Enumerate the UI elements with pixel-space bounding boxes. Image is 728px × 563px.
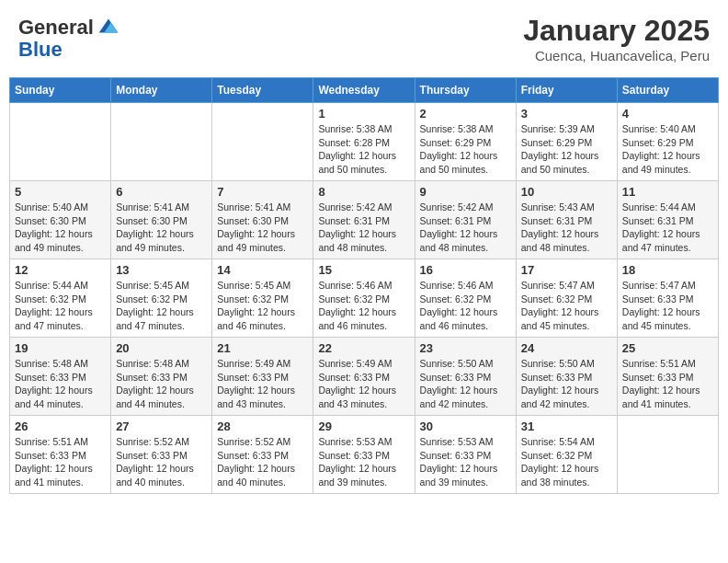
day-info: Sunrise: 5:50 AM Sunset: 6:33 PM Dayligh…	[521, 357, 612, 411]
day-info: Sunrise: 5:54 AM Sunset: 6:32 PM Dayligh…	[521, 435, 612, 489]
table-row: 12Sunrise: 5:44 AM Sunset: 6:32 PM Dayli…	[10, 259, 111, 338]
col-sunday: Sunday	[10, 78, 111, 103]
calendar-week-row: 19Sunrise: 5:48 AM Sunset: 6:33 PM Dayli…	[10, 338, 719, 416]
day-info: Sunrise: 5:40 AM Sunset: 6:29 PM Dayligh…	[622, 122, 713, 177]
logo-text: General	[18, 17, 94, 39]
table-row: 28Sunrise: 5:52 AM Sunset: 6:33 PM Dayli…	[212, 416, 313, 494]
day-number: 1	[318, 107, 409, 121]
day-info: Sunrise: 5:50 AM Sunset: 6:33 PM Dayligh…	[420, 357, 511, 411]
table-row	[10, 103, 111, 181]
col-tuesday: Tuesday	[212, 78, 313, 103]
day-info: Sunrise: 5:39 AM Sunset: 6:29 PM Dayligh…	[521, 122, 612, 177]
day-number: 9	[420, 185, 511, 199]
day-number: 14	[217, 263, 308, 277]
day-number: 21	[217, 341, 308, 355]
logo-icon	[96, 14, 121, 40]
day-info: Sunrise: 5:42 AM Sunset: 6:31 PM Dayligh…	[318, 201, 409, 255]
day-info: Sunrise: 5:44 AM Sunset: 6:32 PM Dayligh…	[15, 279, 106, 333]
day-info: Sunrise: 5:41 AM Sunset: 6:30 PM Dayligh…	[217, 201, 308, 255]
table-row: 4Sunrise: 5:40 AM Sunset: 6:29 PM Daylig…	[617, 103, 718, 181]
calendar-week-row: 12Sunrise: 5:44 AM Sunset: 6:32 PM Dayli…	[10, 259, 719, 338]
day-info: Sunrise: 5:42 AM Sunset: 6:31 PM Dayligh…	[420, 201, 511, 255]
day-info: Sunrise: 5:51 AM Sunset: 6:33 PM Dayligh…	[15, 435, 106, 489]
day-number: 13	[116, 263, 207, 277]
table-row: 6Sunrise: 5:41 AM Sunset: 6:30 PM Daylig…	[111, 181, 212, 259]
calendar-header-row: Sunday Monday Tuesday Wednesday Thursday…	[10, 78, 719, 103]
table-row: 20Sunrise: 5:48 AM Sunset: 6:33 PM Dayli…	[111, 338, 212, 416]
table-row: 23Sunrise: 5:50 AM Sunset: 6:33 PM Dayli…	[415, 338, 516, 416]
day-number: 7	[217, 185, 308, 199]
table-row	[111, 103, 212, 181]
day-number: 20	[116, 341, 207, 355]
day-info: Sunrise: 5:51 AM Sunset: 6:33 PM Dayligh…	[622, 357, 713, 411]
table-row: 3Sunrise: 5:39 AM Sunset: 6:29 PM Daylig…	[516, 103, 617, 181]
table-row: 30Sunrise: 5:53 AM Sunset: 6:33 PM Dayli…	[415, 416, 516, 494]
day-number: 8	[318, 185, 409, 199]
day-info: Sunrise: 5:45 AM Sunset: 6:32 PM Dayligh…	[116, 279, 207, 333]
title-area: January 2025 Cuenca, Huancavelica, Peru	[523, 14, 710, 63]
day-info: Sunrise: 5:47 AM Sunset: 6:32 PM Dayligh…	[521, 279, 612, 333]
day-info: Sunrise: 5:48 AM Sunset: 6:33 PM Dayligh…	[116, 357, 207, 411]
day-number: 29	[318, 419, 409, 433]
table-row: 24Sunrise: 5:50 AM Sunset: 6:33 PM Dayli…	[516, 338, 617, 416]
day-number: 3	[521, 107, 612, 121]
col-thursday: Thursday	[415, 78, 516, 103]
calendar-week-row: 26Sunrise: 5:51 AM Sunset: 6:33 PM Dayli…	[10, 416, 719, 494]
table-row: 14Sunrise: 5:45 AM Sunset: 6:32 PM Dayli…	[212, 259, 313, 338]
day-info: Sunrise: 5:40 AM Sunset: 6:30 PM Dayligh…	[15, 201, 106, 255]
table-row: 25Sunrise: 5:51 AM Sunset: 6:33 PM Dayli…	[617, 338, 718, 416]
day-info: Sunrise: 5:52 AM Sunset: 6:33 PM Dayligh…	[116, 435, 207, 489]
table-row: 16Sunrise: 5:46 AM Sunset: 6:32 PM Dayli…	[415, 259, 516, 338]
day-number: 31	[521, 419, 612, 433]
day-number: 22	[318, 341, 409, 355]
day-info: Sunrise: 5:47 AM Sunset: 6:33 PM Dayligh…	[622, 279, 713, 333]
location-subtitle: Cuenca, Huancavelica, Peru	[523, 48, 710, 63]
table-row: 9Sunrise: 5:42 AM Sunset: 6:31 PM Daylig…	[415, 181, 516, 259]
day-number: 12	[15, 263, 106, 277]
table-row	[617, 416, 718, 494]
day-number: 30	[420, 419, 511, 433]
table-row: 31Sunrise: 5:54 AM Sunset: 6:32 PM Dayli…	[516, 416, 617, 494]
table-row: 13Sunrise: 5:45 AM Sunset: 6:32 PM Dayli…	[111, 259, 212, 338]
table-row: 17Sunrise: 5:47 AM Sunset: 6:32 PM Dayli…	[516, 259, 617, 338]
table-row: 8Sunrise: 5:42 AM Sunset: 6:31 PM Daylig…	[313, 181, 415, 259]
day-number: 27	[116, 419, 207, 433]
day-info: Sunrise: 5:41 AM Sunset: 6:30 PM Dayligh…	[116, 201, 207, 255]
table-row: 1Sunrise: 5:38 AM Sunset: 6:28 PM Daylig…	[313, 103, 415, 181]
col-wednesday: Wednesday	[313, 78, 415, 103]
day-number: 26	[15, 419, 106, 433]
table-row: 26Sunrise: 5:51 AM Sunset: 6:33 PM Dayli…	[10, 416, 111, 494]
day-info: Sunrise: 5:38 AM Sunset: 6:28 PM Dayligh…	[318, 122, 409, 177]
day-number: 25	[622, 341, 713, 355]
day-number: 6	[116, 185, 207, 199]
logo: General Blue	[18, 14, 121, 62]
table-row: 18Sunrise: 5:47 AM Sunset: 6:33 PM Dayli…	[617, 259, 718, 338]
table-row: 10Sunrise: 5:43 AM Sunset: 6:31 PM Dayli…	[516, 181, 617, 259]
table-row	[212, 103, 313, 181]
day-number: 18	[622, 263, 713, 277]
table-row: 5Sunrise: 5:40 AM Sunset: 6:30 PM Daylig…	[10, 181, 111, 259]
day-number: 28	[217, 419, 308, 433]
day-info: Sunrise: 5:49 AM Sunset: 6:33 PM Dayligh…	[318, 357, 409, 411]
day-info: Sunrise: 5:52 AM Sunset: 6:33 PM Dayligh…	[217, 435, 308, 489]
day-number: 2	[420, 107, 511, 121]
day-number: 5	[15, 185, 106, 199]
day-info: Sunrise: 5:45 AM Sunset: 6:32 PM Dayligh…	[217, 279, 308, 333]
day-number: 16	[420, 263, 511, 277]
day-number: 24	[521, 341, 612, 355]
day-info: Sunrise: 5:46 AM Sunset: 6:32 PM Dayligh…	[318, 279, 409, 333]
day-info: Sunrise: 5:38 AM Sunset: 6:29 PM Dayligh…	[420, 122, 511, 177]
table-row: 2Sunrise: 5:38 AM Sunset: 6:29 PM Daylig…	[415, 103, 516, 181]
day-info: Sunrise: 5:43 AM Sunset: 6:31 PM Dayligh…	[521, 201, 612, 255]
table-row: 15Sunrise: 5:46 AM Sunset: 6:32 PM Dayli…	[313, 259, 415, 338]
day-number: 19	[15, 341, 106, 355]
table-row: 19Sunrise: 5:48 AM Sunset: 6:33 PM Dayli…	[10, 338, 111, 416]
table-row: 29Sunrise: 5:53 AM Sunset: 6:33 PM Dayli…	[313, 416, 415, 494]
day-info: Sunrise: 5:53 AM Sunset: 6:33 PM Dayligh…	[420, 435, 511, 489]
table-row: 27Sunrise: 5:52 AM Sunset: 6:33 PM Dayli…	[111, 416, 212, 494]
day-info: Sunrise: 5:48 AM Sunset: 6:33 PM Dayligh…	[15, 357, 106, 411]
day-number: 10	[521, 185, 612, 199]
table-row: 7Sunrise: 5:41 AM Sunset: 6:30 PM Daylig…	[212, 181, 313, 259]
day-info: Sunrise: 5:53 AM Sunset: 6:33 PM Dayligh…	[318, 435, 409, 489]
day-number: 15	[318, 263, 409, 277]
